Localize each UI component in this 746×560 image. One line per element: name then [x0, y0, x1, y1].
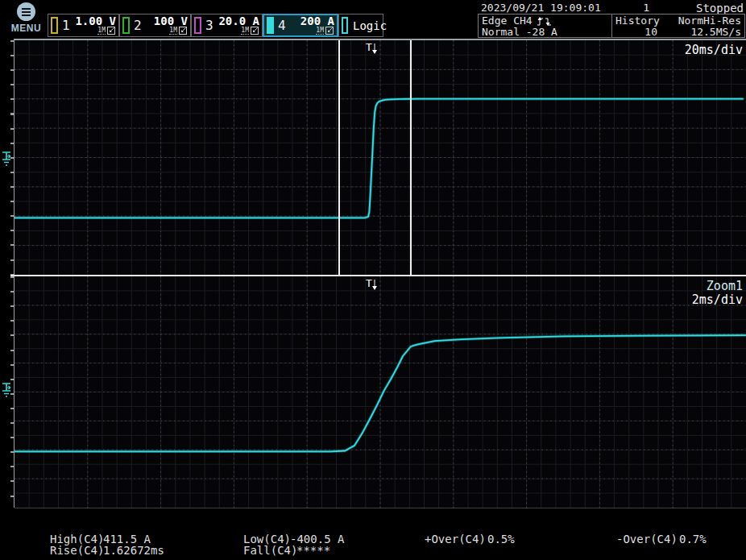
zoom-region-right-line[interactable] [410, 40, 412, 275]
oscilloscope-screen: MENU 1 1.00 V 1M 2 100 V 1M 3 20.0 A 1M … [0, 0, 746, 560]
zoom-timebase-label: 2ms/div [692, 292, 743, 307]
graticule-bottom-border [15, 508, 746, 508]
probe-icon [107, 27, 116, 35]
logic-channel-box[interactable]: Logic [338, 14, 383, 37]
rising-edge-icon [537, 16, 544, 27]
trigger-arrow-icon [372, 280, 378, 292]
channel-4-color-indicator [267, 17, 274, 34]
impedance-icon: 1M [97, 27, 106, 35]
channel-3-scale: 20.0 A [218, 16, 259, 27]
datetime: 2023/09/21 19:09:01 [481, 2, 601, 14]
channel-2-scale: 100 V [154, 16, 188, 27]
zoom-window-title: Zoom1 [707, 279, 743, 293]
trigger-arrow-icon [372, 44, 378, 56]
zoom-trigger-position-marker[interactable]: T [366, 278, 382, 292]
measure-pover-label: +Over(C4) [425, 533, 486, 545]
logic-label: Logic [353, 19, 387, 32]
hamburger-icon [17, 2, 35, 21]
trigger-type: Edge CH4 [482, 15, 533, 27]
zoom-waveform-svg [15, 276, 746, 508]
probe-icon [325, 27, 334, 35]
measure-low-value: -400.5 A [290, 533, 344, 545]
zoom-region-left-line[interactable] [338, 40, 340, 275]
measure-low-label: Low(C4) [243, 533, 291, 545]
acq-mode: Norm [678, 15, 703, 27]
sample-rate: 12.5MS/s [657, 27, 741, 38]
menu-label: MENU [5, 23, 48, 34]
acquisition-count: 1 [620, 2, 649, 14]
history-count: 10 [615, 27, 657, 38]
measure-fall-value: ***** [296, 545, 330, 556]
trigger-position-marker[interactable]: T [366, 42, 382, 56]
main-timebase-label: 20ms/div [685, 43, 743, 57]
channel-2-number: 2 [134, 18, 142, 33]
measure-rise-value: 1.62672ms [103, 545, 164, 556]
ch4-ground-marker[interactable] [1, 150, 15, 168]
measure-pover-value: 0.5% [487, 533, 515, 545]
measure-high-value: 411.5 A [103, 533, 151, 545]
measure-rise-label: Rise(C4) [50, 545, 104, 556]
measure-nover-label: -Over(C4) [616, 533, 678, 545]
channel-1-color-indicator [51, 17, 58, 34]
channel-3-box[interactable]: 3 20.0 A 1M [191, 14, 263, 37]
channel-1-box[interactable]: 1 1.00 V 1M [48, 14, 119, 37]
zoom-waveform-window: T Zoom1 2ms/div [15, 276, 746, 508]
main-waveform-window: T 20ms/div [15, 40, 746, 275]
channel-3-color-indicator [194, 17, 201, 34]
channel-1-number: 1 [62, 18, 70, 33]
channel-4-box[interactable]: 4 200 A 1M [263, 14, 338, 37]
measure-high-label: High(C4) [50, 533, 104, 545]
logic-color-indicator [342, 17, 348, 34]
history-label: History [615, 15, 660, 27]
run-state: Stopped [696, 2, 744, 15]
zoom-ch4-ground-marker[interactable] [1, 381, 15, 400]
channel-2-color-indicator [122, 17, 130, 34]
falling-edge-icon [545, 16, 552, 27]
menu-button[interactable]: MENU [5, 1, 44, 38]
impedance-icon: 1M [241, 27, 249, 35]
probe-icon [179, 27, 188, 35]
channel-4-number: 4 [278, 18, 286, 33]
probe-icon [251, 27, 259, 35]
channel-3-number: 3 [205, 18, 213, 33]
channel-2-box[interactable]: 2 100 V 1M [119, 14, 191, 37]
channel-1-scale: 1.00 V [75, 16, 116, 27]
measure-fall-label: Fall(C4) [243, 545, 297, 556]
main-waveform-svg [15, 40, 746, 275]
impedance-icon: 1M [316, 27, 324, 35]
resolution-mode: Hi-Res [703, 15, 741, 27]
measure-nover-value: 0.7% [679, 533, 707, 545]
impedance-icon: 1M [169, 27, 177, 35]
history-info-box[interactable]: History NormHi-Res 10 12.5MS/s [611, 14, 745, 38]
trigger-info-box[interactable]: Edge CH4 Normal -28 A [478, 14, 612, 38]
trigger-mode-level: Normal -28 A [482, 27, 557, 38]
channel-4-scale: 200 A [300, 16, 334, 27]
